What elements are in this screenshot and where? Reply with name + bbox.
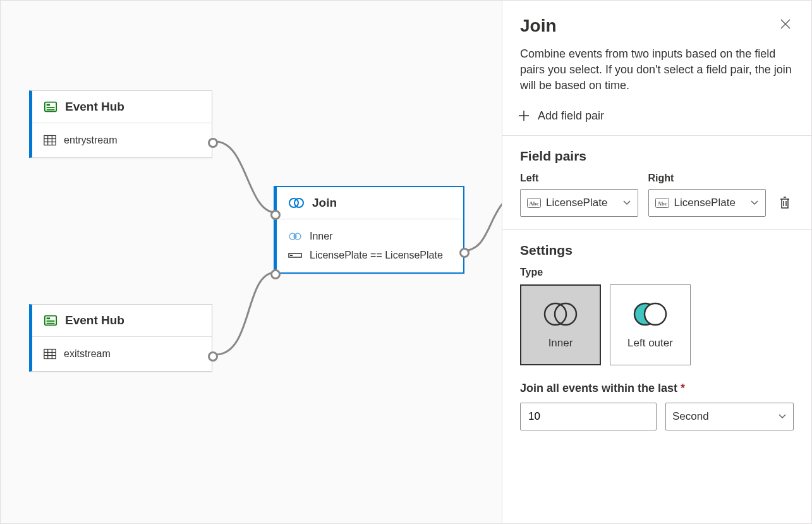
table-icon [44, 135, 56, 146]
input-port-2[interactable] [270, 269, 281, 279]
abc-icon: Abc [527, 198, 541, 208]
node-sub: exitstream [64, 348, 111, 360]
inner-join-icon [288, 232, 302, 241]
svg-text:Abc: Abc [657, 200, 667, 207]
close-button[interactable] [777, 16, 794, 34]
panel-title: Join [520, 16, 557, 36]
eventhub-icon [44, 100, 58, 114]
trash-icon [779, 196, 791, 210]
svg-rect-3 [47, 109, 55, 111]
svg-rect-24 [290, 255, 293, 256]
plus-icon [518, 109, 530, 122]
svg-rect-12 [47, 323, 55, 324]
table-icon [44, 348, 56, 360]
node-eventhub-entry[interactable]: Event Hub entrystream [29, 90, 212, 158]
delete-pair-button[interactable] [776, 191, 794, 217]
close-icon [780, 18, 791, 30]
svg-rect-11 [47, 320, 55, 322]
svg-rect-13 [44, 350, 56, 359]
venn-inner-icon [540, 300, 581, 328]
field-icon [288, 252, 302, 259]
svg-point-22 [294, 234, 297, 239]
svg-text:Abc: Abc [529, 200, 539, 207]
join-condition-text: LicensePlate == LicensePlate [310, 250, 443, 261]
node-eventhub-exit[interactable]: Event Hub exitstream [29, 304, 212, 372]
output-port[interactable] [208, 138, 218, 148]
add-field-pair-label: Add field pair [538, 109, 604, 123]
venn-left-outer-icon [630, 300, 670, 328]
join-config-panel: Join Combine events from two inputs base… [502, 1, 811, 523]
node-sub: entrystream [64, 135, 117, 146]
right-field-value: LicensePlate [674, 197, 746, 209]
right-label: Right [648, 173, 767, 184]
left-field-dropdown[interactable]: Abc LicensePlate [520, 189, 638, 217]
field-pair-row: Left Abc LicensePlate Right Abc [520, 173, 794, 217]
chevron-down-icon [778, 410, 787, 423]
node-join[interactable]: Join Inner LicensePlate == LicensePlate [274, 186, 464, 274]
panel-description: Combine events from two inputs based on … [520, 46, 794, 94]
left-field-value: LicensePlate [546, 197, 617, 209]
type-label: Type [520, 267, 794, 278]
time-value-input[interactable] [520, 403, 657, 430]
chevron-down-icon [750, 197, 759, 209]
settings-heading: Settings [520, 243, 794, 258]
field-pairs-heading: Field pairs [520, 149, 794, 164]
join-type-inner[interactable]: Inner [520, 284, 601, 365]
flow-canvas[interactable]: Event Hub entrystream Event Hub [1, 1, 502, 523]
time-window-heading: Join all events within the last * [520, 382, 794, 395]
chevron-down-icon [622, 197, 631, 209]
add-field-pair-button[interactable]: Add field pair [518, 107, 794, 135]
output-port[interactable] [459, 248, 470, 258]
svg-point-36 [645, 303, 666, 325]
inner-label: Inner [548, 337, 573, 350]
left-label: Left [520, 173, 638, 184]
svg-rect-1 [47, 104, 51, 106]
time-unit-dropdown[interactable]: Second [665, 403, 794, 430]
left-outer-label: Left outer [627, 337, 673, 350]
svg-rect-2 [47, 107, 55, 108]
join-icon [288, 197, 305, 209]
node-title: Event Hub [65, 100, 124, 114]
node-title: Join [312, 196, 337, 210]
abc-icon: Abc [655, 198, 669, 208]
join-type-text: Inner [310, 231, 332, 242]
node-title: Event Hub [65, 314, 124, 327]
svg-rect-4 [44, 136, 56, 145]
output-port[interactable] [208, 351, 218, 362]
right-field-dropdown[interactable]: Abc LicensePlate [648, 189, 767, 217]
eventhub-icon [44, 314, 58, 327]
svg-rect-10 [47, 317, 51, 319]
time-unit-value: Second [672, 410, 773, 423]
join-type-left-outer[interactable]: Left outer [610, 284, 691, 365]
input-port-1[interactable] [270, 210, 281, 220]
